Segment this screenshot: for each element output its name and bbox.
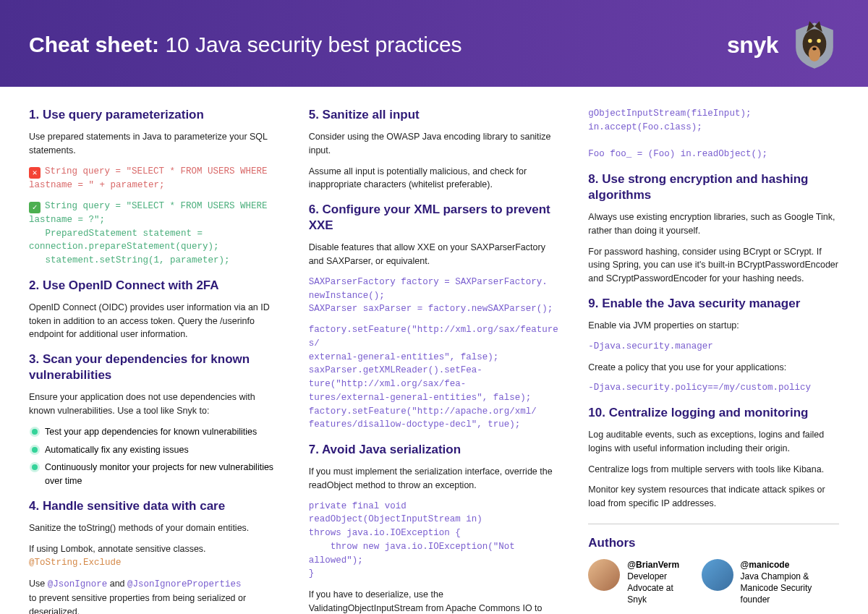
inline-code: @JsonIgnore xyxy=(48,579,108,589)
column-2: 5. Sanitize all input Consider using the… xyxy=(309,107,560,614)
section-3-list: Test your app dependencies for known vul… xyxy=(32,425,280,488)
section-7-body-a: If you must implement the serialization … xyxy=(309,465,560,493)
author-role: Java Champion & Manicode Security founde… xyxy=(741,571,812,605)
authors-row: @BrianVermDeveloper Advocate at Snyk @ma… xyxy=(588,559,839,606)
page-title: Cheat sheet: 10 Java security best pract… xyxy=(29,33,462,57)
cross-icon: ✕ xyxy=(29,167,41,179)
section-1-body: Use prepared statements in Java to param… xyxy=(29,130,280,158)
code-good-example: ✓String query = "SELECT * FROM USERS WHE… xyxy=(29,200,280,268)
code-sax-features: factory.setFeature("http://xml.org/sax/f… xyxy=(309,323,560,432)
section-2-title: 2. Use OpenID Connect with 2FA xyxy=(29,278,280,294)
bullet-icon xyxy=(32,429,38,435)
code-bad-example: ✕String query = "SELECT * FROM USERS WHE… xyxy=(29,165,280,192)
code-validating-stream-b: gObjectInputStream(fileInput); in.accept… xyxy=(588,107,839,161)
brand: snyk xyxy=(727,20,839,69)
section-4-body-c: Use @JsonIgnore and @JsonIgnorePropertie… xyxy=(29,577,280,614)
section-2-body: OpenID Connect (OIDC) provides user info… xyxy=(29,301,280,341)
author-2: @manicodeJava Champion & Manicode Securi… xyxy=(702,559,839,606)
section-4-body-b: If using Lombok, annotate sensitive clas… xyxy=(29,542,280,571)
bullet-icon xyxy=(32,447,38,453)
section-7-body-b: If you have to deserialize, use the Vali… xyxy=(309,588,560,614)
avatar xyxy=(702,559,733,591)
brand-word: snyk xyxy=(727,32,778,59)
section-5-title: 5. Sanitize all input xyxy=(309,107,560,123)
section-9-body-a: Enable via JVM properties on startup: xyxy=(588,319,839,333)
content-columns: 1. Use query parameterization Use prepar… xyxy=(0,87,868,614)
code-jvm-policy: -Djava.security.policy==/my/custom.polic… xyxy=(588,381,839,395)
section-3-title: 3. Scan your dependencies for known vuln… xyxy=(29,351,280,383)
author-handle: @manicode xyxy=(741,560,790,570)
section-10-body-a: Log auditable events, such as exceptions… xyxy=(588,428,839,456)
svg-point-3 xyxy=(817,39,820,43)
header: Cheat sheet: 10 Java security best pract… xyxy=(0,0,868,87)
inline-code: @ToString.Exclude xyxy=(29,558,122,568)
svg-point-4 xyxy=(812,47,816,50)
section-5-body-a: Consider using the OWASP Java encoding l… xyxy=(309,130,560,158)
column-1: 1. Use query parameterization Use prepar… xyxy=(29,107,280,614)
check-icon: ✓ xyxy=(29,202,41,213)
list-item: Continuously monitor your projects for n… xyxy=(32,461,280,488)
section-4-body-a: Sanitize the toString() methods of your … xyxy=(29,521,280,535)
section-6-body: Disable features that allow XXE on your … xyxy=(309,241,560,268)
authors-heading: Authors xyxy=(588,524,839,550)
section-10-title: 10. Centralize logging and monitoring xyxy=(588,405,839,421)
code-readobject: private final void readObject(ObjectInpu… xyxy=(309,500,560,581)
author-1: @BrianVermDeveloper Advocate at Snyk xyxy=(588,559,684,606)
section-7-title: 7. Avoid Java serialization xyxy=(309,442,560,458)
code-sax-setup: SAXParserFactory factory = SAXParserFact… xyxy=(309,276,560,316)
list-item: Test your app dependencies for known vul… xyxy=(32,425,280,439)
inline-code: @JsonIgnoreProperties xyxy=(127,579,242,589)
column-3: gObjectInputStream(fileInput); in.accept… xyxy=(588,107,839,614)
section-8-body-b: For password hashing, consider using BCr… xyxy=(588,245,839,286)
section-10-body-c: Monitor key system resources that indica… xyxy=(588,483,839,511)
section-6-title: 6. Configure your XML parsers to prevent… xyxy=(309,202,560,234)
list-item: Automatically fix any existing issues xyxy=(32,443,280,457)
author-handle: @BrianVerm xyxy=(627,560,679,570)
section-8-title: 8. Use strong encryption and hashing alg… xyxy=(588,171,839,203)
bullet-icon xyxy=(32,464,38,470)
avatar xyxy=(588,559,620,591)
section-4-title: 4. Handle sensitive data with care xyxy=(29,498,280,514)
mascot-icon xyxy=(790,20,839,69)
code-jvm-manager: -Djava.security.manager xyxy=(588,340,839,354)
section-1-title: 1. Use query parameterization xyxy=(29,107,280,123)
section-10-body-b: Centralize logs from multiple servers wi… xyxy=(588,463,839,477)
author-role: Developer Advocate at Snyk xyxy=(627,571,673,605)
section-9-body-b: Create a policy that you use for your ap… xyxy=(588,361,839,375)
section-3-body: Ensure your application does not use dep… xyxy=(29,391,280,418)
section-5-body-b: Assume all input is potentially maliciou… xyxy=(309,165,560,192)
section-8-body-a: Always use existing encryption libraries… xyxy=(588,210,839,238)
section-9-title: 9. Enable the Java security manager xyxy=(588,296,839,312)
svg-point-2 xyxy=(808,39,812,43)
